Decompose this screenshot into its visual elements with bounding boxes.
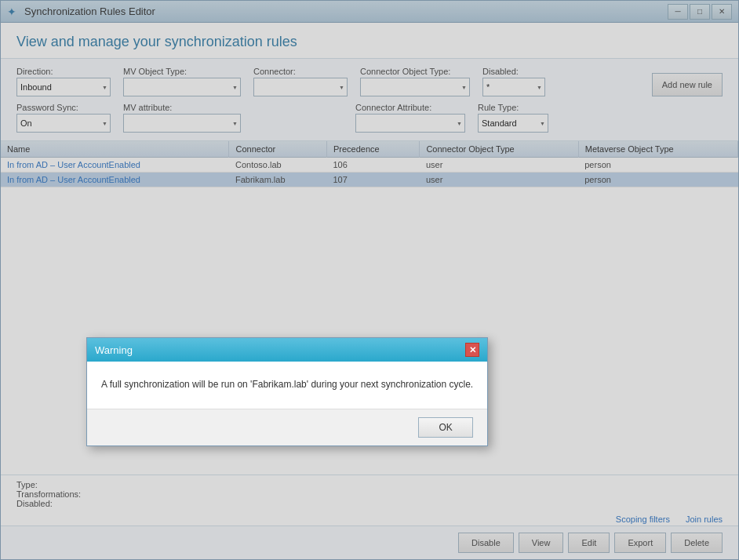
warning-modal: Warning ✕ A full synchronization will be… [86,337,488,446]
modal-message: A full synchronization will be run on 'F… [101,377,473,391]
modal-ok-button[interactable]: OK [418,417,473,438]
modal-title: Warning [95,344,133,356]
modal-overlay: Warning ✕ A full synchronization will be… [0,0,739,560]
modal-footer: OK [87,409,487,445]
modal-title-bar: Warning ✕ [87,338,487,362]
modal-close-button[interactable]: ✕ [465,343,479,357]
modal-body: A full synchronization will be run on 'F… [87,362,487,409]
